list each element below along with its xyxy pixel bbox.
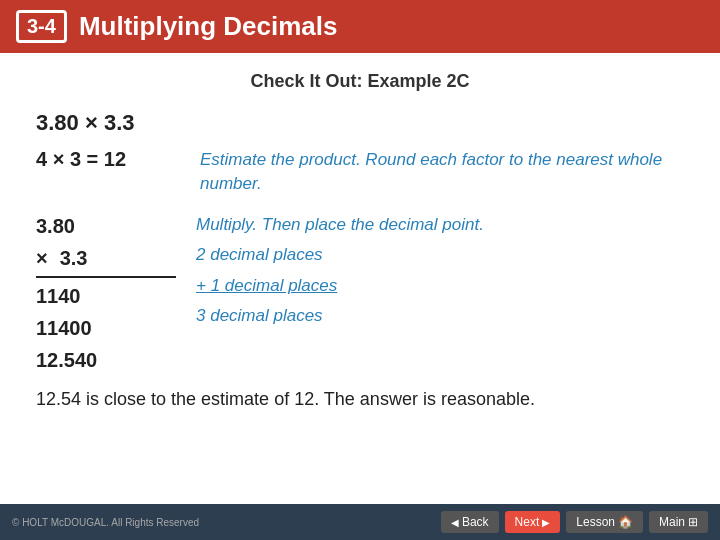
main-button[interactable]: Main ⊞ xyxy=(649,511,708,533)
lesson-icon: 🏠 xyxy=(618,515,633,529)
next-button[interactable]: Next ▶ xyxy=(505,511,561,533)
next-label: Next xyxy=(515,515,540,529)
steps-section: 3.80 × 3.3 1140 11400 12.540 Multiply. T… xyxy=(36,210,684,376)
estimate-math: 4 × 3 = 12 xyxy=(36,148,176,171)
mult-result1: 1140 xyxy=(36,280,176,312)
lesson-button[interactable]: Lesson 🏠 xyxy=(566,511,643,533)
mult-num1: 3.80 xyxy=(36,210,176,242)
main-label: Main xyxy=(659,515,685,529)
desc-places3: 3 decimal places xyxy=(196,301,484,332)
mult-result2: 11400 xyxy=(36,312,176,344)
copyright-text: © HOLT McDOUGAL. All Rights Reserved xyxy=(12,517,199,528)
back-label: Back xyxy=(462,515,489,529)
example-subtitle: Check It Out: Example 2C xyxy=(36,71,684,92)
main-content: Check It Out: Example 2C 3.80 × 3.3 4 × … xyxy=(0,53,720,431)
back-button[interactable]: ◀ Back xyxy=(441,511,499,533)
problem-statement: 3.80 × 3.3 xyxy=(36,110,684,136)
summary-text: 12.54 is close to the estimate of 12. Th… xyxy=(36,386,684,413)
footer: © HOLT McDOUGAL. All Rights Reserved ◀ B… xyxy=(0,504,720,540)
page-title: Multiplying Decimals xyxy=(79,11,338,42)
lesson-label: Lesson xyxy=(576,515,615,529)
desc-places1: 2 decimal places xyxy=(196,240,484,271)
mult-operator: × xyxy=(36,242,48,274)
mult-num2-row: × 3.3 xyxy=(36,242,176,278)
mult-num2: 3.3 xyxy=(60,242,88,274)
steps-descriptions: Multiply. Then place the decimal point. … xyxy=(196,210,484,376)
mult-result-final: 12.540 xyxy=(36,344,176,376)
header: 3-4 Multiplying Decimals xyxy=(0,0,720,53)
desc-places2: + 1 decimal places xyxy=(196,271,484,302)
main-icon: ⊞ xyxy=(688,515,698,529)
desc-multiply: Multiply. Then place the decimal point. xyxy=(196,210,484,241)
estimate-row: 4 × 3 = 12 Estimate the product. Round e… xyxy=(36,148,684,196)
next-arrow-icon: ▶ xyxy=(542,517,550,528)
back-arrow-icon: ◀ xyxy=(451,517,459,528)
nav-buttons: ◀ Back Next ▶ Lesson 🏠 Main ⊞ xyxy=(441,511,708,533)
lesson-badge: 3-4 xyxy=(16,10,67,43)
multiplication-block: 3.80 × 3.3 1140 11400 12.540 xyxy=(36,210,176,376)
estimate-description: Estimate the product. Round each factor … xyxy=(200,148,684,196)
